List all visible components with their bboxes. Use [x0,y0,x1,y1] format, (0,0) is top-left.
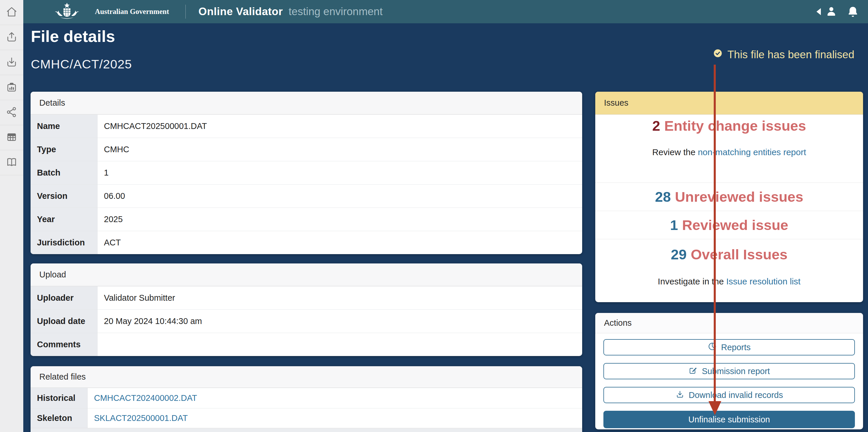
unfinalise-submission-button[interactable]: Unfinalise submission [603,411,855,428]
reviewed-issues-row: 1 Reviewed issue [595,211,863,239]
row-label: Version [31,185,97,208]
row-value: 20 May 2024 10:44:30 am [97,310,582,333]
reviewed-issues-count: 1 [670,217,678,233]
row-value: ACT [97,231,582,254]
book-icon [5,156,18,169]
sidebar-item-upload[interactable] [0,25,23,50]
overall-issues-row: 29 Overall Issues Investigate in the Iss… [595,239,863,302]
row-label: Comments [31,333,97,356]
table-row: Historical CMHCACT202400002.DAT [31,388,582,408]
finalised-text: This file has been finalised [727,49,854,61]
entity-issues-count: 2 [652,118,660,134]
table-row: Type CMHC [31,138,582,161]
check-circle-icon [713,48,723,61]
upload-card: Upload Uploader Validator Submitter Uplo… [31,264,582,356]
sidebar-item-table[interactable] [0,125,23,150]
row-label: Historical [31,388,88,408]
row-value: 2025 [97,208,582,231]
header-divider [185,5,186,19]
gov-label: Australian Government [95,7,169,16]
entity-issues-prefix: Review the [652,147,698,157]
overall-issues-prefix: Investigate in the [658,277,726,286]
report-case-icon [5,81,18,94]
edit-icon [688,366,698,377]
page-title: File details [31,27,115,46]
unreviewed-issues-row: 28 Unreviewed issues [595,183,863,211]
skeleton-file-link[interactable]: SKLACT202500001.DAT [94,413,188,423]
unreviewed-issues-label: Unreviewed issues [675,189,803,205]
details-card: Details Name CMHCACT202500001.DAT Type C… [31,92,582,254]
table-row: Batch 1 [31,161,582,184]
historical-file-link[interactable]: CMHCACT202400002.DAT [94,393,197,403]
home-icon [5,6,18,19]
download-icon [675,390,685,401]
row-label: Upload date [31,310,97,333]
app-title: Online Validator [198,5,283,18]
row-label: Year [31,208,97,231]
user-icon[interactable] [825,5,838,18]
table-row: Version 06.00 [31,184,582,208]
row-label: Skeleton [31,408,88,428]
upload-card-title: Upload [31,264,582,286]
row-label: Type [31,138,97,161]
download-icon [5,56,18,69]
row-label: Batch [31,161,97,184]
annotation-arrow-head [709,401,721,415]
annotation-arrow-line [714,65,716,402]
actions-card: Actions Reports Submission report Downlo… [595,313,863,429]
page-subtitle: CMHC/ACT/2025 [31,57,132,71]
row-label: Uploader [31,286,97,309]
submission-report-button-label: Submission report [702,367,770,376]
environment-label: testing environment [289,5,383,18]
issues-card: Issues 2 Entity change issues Review the… [595,92,863,302]
row-label: Name [31,115,97,138]
overall-issues-count: 29 [671,246,687,263]
table-row: Jurisdiction ACT [31,231,582,254]
row-value: 06.00 [97,185,582,208]
clipped-table-row [31,428,582,432]
upload-icon [5,31,18,44]
submission-report-button[interactable]: Submission report [603,363,855,379]
table-icon [5,131,18,144]
entity-change-issues-row: 2 Entity change issues Review the non-ma… [595,115,863,183]
unfinalise-submission-button-label: Unfinalise submission [688,415,770,425]
finalised-banner: This file has been finalised [713,48,854,61]
reports-button-label: Reports [721,343,751,352]
bell-icon[interactable] [846,5,859,18]
related-files-card: Related files Historical CMHCACT20240000… [31,366,582,432]
overall-issues-label: Overall Issues [691,246,787,263]
download-invalid-records-button[interactable]: Download invalid records [603,387,855,403]
sidebar-item-download[interactable] [0,50,23,75]
caret-left-icon[interactable] [816,8,821,15]
details-card-title: Details [31,92,582,115]
reports-button[interactable]: Reports [603,339,855,356]
issues-card-title: Issues [595,92,863,115]
table-row: Uploader Validator Submitter [31,286,582,309]
row-value: CMHCACT202500001.DAT [97,115,582,138]
table-row: Upload date 20 May 2024 10:44:30 am [31,309,582,333]
sidebar-item-guide[interactable] [0,150,23,175]
row-value [97,333,582,356]
row-value: CMHC [97,138,582,161]
sidebar [0,0,23,432]
main-content: File details CMHC/ACT/2025 This file has… [23,23,868,432]
table-row: Skeleton SKLACT202500001.DAT [31,408,582,428]
related-files-card-title: Related files [31,366,582,388]
share-icon [5,106,18,119]
download-invalid-records-button-label: Download invalid records [689,390,783,400]
sidebar-item-reports[interactable] [0,75,23,100]
row-value: 1 [97,161,582,184]
table-row: Name CMHCACT202500001.DAT [31,115,582,138]
table-row: Year 2025 [31,208,582,231]
table-row: Comments [31,333,582,356]
issue-resolution-list-link[interactable]: Issue resolution list [726,277,801,286]
row-label: Jurisdiction [31,231,97,254]
sidebar-item-share[interactable] [0,100,23,125]
row-value: Validator Submitter [97,286,582,309]
entity-issues-label: Entity change issues [664,118,806,134]
australian-government-crest-icon [44,2,90,21]
sidebar-item-home[interactable] [0,0,23,25]
reviewed-issues-label: Reviewed issue [682,217,788,233]
unreviewed-issues-count: 28 [655,189,671,205]
actions-card-title: Actions [595,313,863,333]
